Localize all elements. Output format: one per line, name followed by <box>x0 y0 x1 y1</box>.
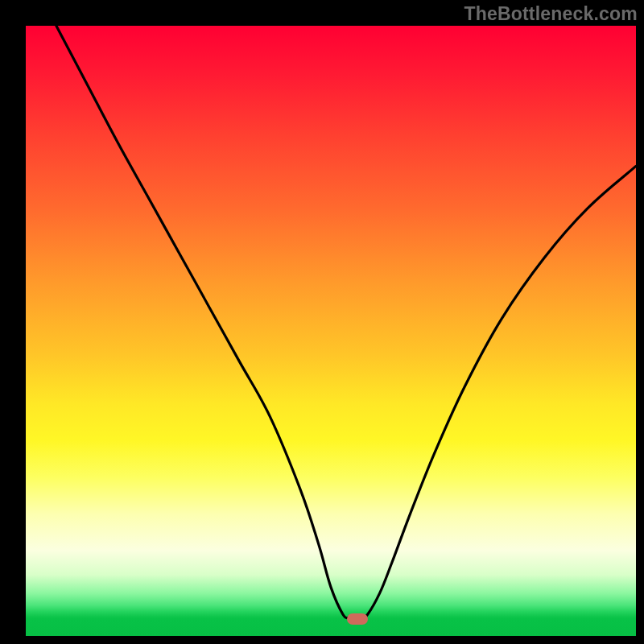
chart-frame: TheBottleneck.com <box>0 0 644 644</box>
curve-layer <box>26 26 636 636</box>
plot-area <box>26 26 636 636</box>
bottleneck-curve <box>56 26 636 618</box>
optimal-point-marker <box>347 613 368 625</box>
watermark-text: TheBottleneck.com <box>464 3 638 25</box>
